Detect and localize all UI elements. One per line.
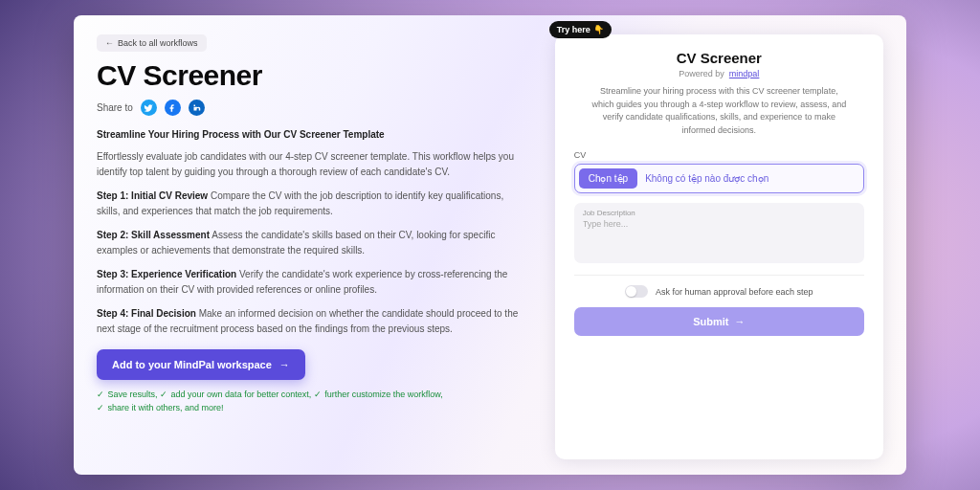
- step-1: Step 1: Initial CV Review Compare the CV…: [97, 189, 526, 218]
- widget-powered: Powered by mindpal: [574, 69, 864, 78]
- arrow-right-icon: →: [279, 359, 290, 370]
- back-label: Back to all workflows: [118, 38, 198, 48]
- job-description-field[interactable]: Job Description: [574, 203, 864, 263]
- check-icon: ✓: [160, 390, 167, 399]
- facebook-icon[interactable]: [165, 100, 181, 116]
- step-3: Step 3: Experience Verification Verify t…: [97, 267, 526, 297]
- add-workspace-button[interactable]: Add to your MindPal workspace →: [97, 349, 305, 380]
- benefits-list: ✓ Save results, ✓ add your own data for …: [97, 388, 526, 415]
- file-status-text: Không có tệp nào được chọn: [645, 173, 768, 184]
- step-4: Step 4: Final Decision Make an informed …: [97, 306, 526, 336]
- right-column: Try here 👇 CV Screener Powered by mindpa…: [555, 34, 883, 459]
- check-icon: ✓: [97, 403, 104, 412]
- mindpal-link[interactable]: mindpal: [729, 69, 760, 78]
- job-description-input[interactable]: [583, 217, 856, 256]
- divider: [574, 275, 864, 276]
- page-card: ← Back to all workflows CV Screener Shar…: [74, 15, 906, 475]
- page-title: CV Screener: [97, 59, 526, 92]
- twitter-icon[interactable]: [141, 100, 157, 116]
- workflow-widget: CV Screener Powered by mindpal Streamlin…: [555, 34, 883, 459]
- widget-title: CV Screener: [574, 50, 864, 66]
- back-button[interactable]: ← Back to all workflows: [97, 34, 207, 52]
- check-icon: ✓: [314, 390, 322, 399]
- pointing-down-icon: 👇: [593, 25, 604, 34]
- choose-file-button[interactable]: Chọn tệp: [579, 168, 637, 189]
- cta-label: Add to your MindPal workspace: [112, 359, 272, 370]
- arrow-right-icon: →: [734, 316, 745, 327]
- intro-heading: Streamline Your Hiring Process with Our …: [97, 129, 526, 140]
- step-2: Step 2: Skill Assessment Assess the cand…: [97, 228, 526, 257]
- share-label: Share to: [97, 102, 133, 113]
- cv-file-input[interactable]: Chọn tệp Không có tệp nào được chọn: [574, 164, 864, 193]
- try-here-badge: Try here 👇: [549, 21, 612, 38]
- share-row: Share to: [97, 100, 526, 116]
- cv-field-label: CV: [574, 150, 864, 160]
- check-icon: ✓: [97, 390, 104, 399]
- widget-description: Streamline your hiring process with this…: [591, 85, 847, 137]
- approval-toggle[interactable]: [625, 285, 648, 298]
- approval-label: Ask for human approval before each step: [656, 287, 813, 297]
- linkedin-icon[interactable]: [189, 100, 205, 116]
- left-column: ← Back to all workflows CV Screener Shar…: [97, 34, 526, 459]
- intro-paragraph: Effortlessly evaluate job candidates wit…: [97, 149, 526, 179]
- arrow-left-icon: ←: [105, 38, 114, 48]
- submit-button[interactable]: Submit →: [574, 307, 864, 336]
- jd-label: Job Description: [583, 209, 856, 217]
- approval-row: Ask for human approval before each step: [574, 285, 864, 298]
